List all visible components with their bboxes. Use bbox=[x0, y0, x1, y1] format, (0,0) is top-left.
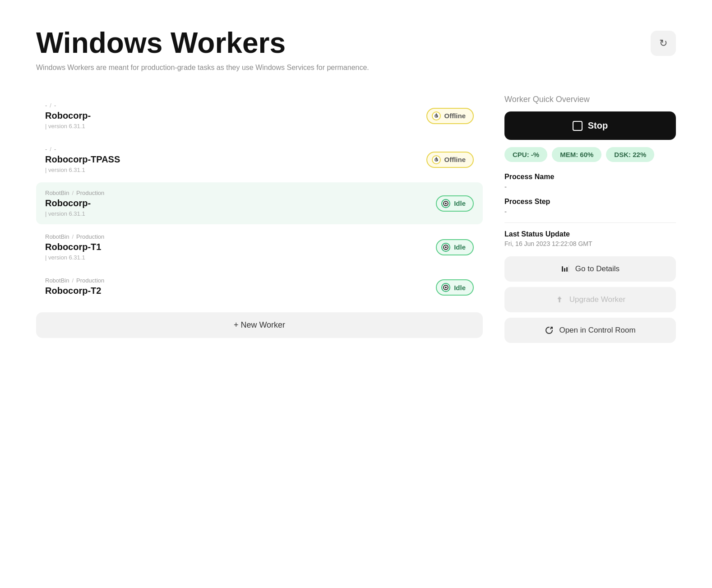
worker-item[interactable]: RobotBin / Production Robocorp-T2 Idle bbox=[36, 270, 483, 305]
status-badge: Offline bbox=[426, 108, 474, 124]
process-name-value: - bbox=[504, 183, 676, 190]
svg-rect-16 bbox=[569, 265, 569, 273]
svg-point-6 bbox=[445, 203, 447, 204]
worker-name: Robocorp-T1 bbox=[45, 242, 436, 252]
last-status-section: Last Status Update Fri, 16 Jun 2023 12:2… bbox=[504, 230, 676, 247]
stop-icon bbox=[573, 121, 583, 131]
status-badge: Idle bbox=[436, 239, 474, 255]
svg-point-9 bbox=[445, 246, 447, 248]
process-name-label: Process Name bbox=[504, 173, 676, 181]
control-room-icon bbox=[545, 326, 554, 335]
divider bbox=[504, 222, 676, 223]
metric-badge: DSK: 22% bbox=[606, 147, 654, 162]
svg-rect-13 bbox=[562, 266, 563, 272]
svg-rect-14 bbox=[564, 268, 565, 272]
process-step-label: Process Step bbox=[504, 198, 676, 206]
worker-item[interactable]: - / - Robocorp- | version 6.31.1 Offline bbox=[36, 95, 483, 137]
open-control-room-label: Open in Control Room bbox=[559, 326, 635, 335]
worker-name: Robocorp- bbox=[45, 198, 436, 208]
worker-info: RobotBin / Production Robocorp-T1 | vers… bbox=[45, 233, 436, 261]
worker-path: - / - bbox=[45, 102, 426, 109]
worker-item[interactable]: - / - Robocorp-TPASS | version 6.31.1 Of… bbox=[36, 139, 483, 181]
refresh-button[interactable]: ↻ bbox=[651, 31, 676, 56]
status-icon bbox=[432, 155, 441, 164]
page-subtitle: Windows Workers are meant for production… bbox=[36, 62, 676, 73]
process-step-value: - bbox=[504, 208, 676, 215]
worker-version: | version 6.31.1 bbox=[45, 254, 436, 261]
details-icon bbox=[561, 264, 570, 273]
workers-list: - / - Robocorp- | version 6.31.1 Offline… bbox=[36, 95, 483, 338]
worker-version: | version 6.31.1 bbox=[45, 167, 426, 173]
stop-button[interactable]: Stop bbox=[504, 111, 676, 140]
metrics-row: CPU: -%MEM: 60%DSK: 22% bbox=[504, 147, 676, 162]
metric-badge: MEM: 60% bbox=[552, 147, 601, 162]
metric-badge: CPU: -% bbox=[504, 147, 547, 162]
worker-info: - / - Robocorp- | version 6.31.1 bbox=[45, 102, 426, 130]
worker-path: RobotBin / Production bbox=[45, 233, 436, 240]
quick-overview-panel: Worker Quick Overview Stop CPU: -%MEM: 6… bbox=[504, 95, 676, 348]
worker-item[interactable]: RobotBin / Production Robocorp-T1 | vers… bbox=[36, 226, 483, 268]
process-step-section: Process Step - bbox=[504, 198, 676, 215]
go-to-details-label: Go to Details bbox=[575, 264, 620, 273]
worker-name: Robocorp-T2 bbox=[45, 286, 436, 296]
worker-name: Robocorp- bbox=[45, 111, 426, 121]
worker-path: RobotBin / Production bbox=[45, 190, 436, 196]
worker-info: - / - Robocorp-TPASS | version 6.31.1 bbox=[45, 146, 426, 173]
svg-rect-15 bbox=[566, 267, 568, 272]
upgrade-worker-label: Upgrade Worker bbox=[569, 295, 625, 304]
upgrade-icon bbox=[555, 295, 564, 304]
go-to-details-button[interactable]: Go to Details bbox=[504, 256, 676, 282]
last-status-label: Last Status Update bbox=[504, 230, 676, 238]
stop-label: Stop bbox=[588, 120, 608, 131]
worker-info: RobotBin / Production Robocorp- | versio… bbox=[45, 190, 436, 217]
overview-title: Worker Quick Overview bbox=[504, 95, 676, 104]
status-badge: Idle bbox=[436, 279, 474, 296]
process-name-section: Process Name - bbox=[504, 173, 676, 190]
worker-item[interactable]: RobotBin / Production Robocorp- | versio… bbox=[36, 182, 483, 224]
open-control-room-button[interactable]: Open in Control Room bbox=[504, 318, 676, 343]
worker-name: Robocorp-TPASS bbox=[45, 154, 426, 165]
status-icon bbox=[432, 111, 441, 120]
worker-info: RobotBin / Production Robocorp-T2 bbox=[45, 277, 436, 298]
status-icon bbox=[441, 283, 450, 292]
status-badge: Idle bbox=[436, 195, 474, 212]
status-icon bbox=[441, 243, 450, 252]
worker-path: RobotBin / Production bbox=[45, 277, 436, 284]
worker-path: - / - bbox=[45, 146, 426, 153]
svg-point-12 bbox=[445, 287, 447, 288]
status-badge: Offline bbox=[426, 152, 474, 168]
page-title: Windows Workers bbox=[36, 27, 286, 59]
worker-version: | version 6.31.1 bbox=[45, 210, 436, 217]
upgrade-worker-button[interactable]: Upgrade Worker bbox=[504, 287, 676, 312]
last-status-value: Fri, 16 Jun 2023 12:22:08 GMT bbox=[504, 240, 676, 247]
new-worker-button[interactable]: + New Worker bbox=[36, 312, 483, 338]
status-icon bbox=[441, 199, 450, 208]
worker-version: | version 6.31.1 bbox=[45, 123, 426, 130]
